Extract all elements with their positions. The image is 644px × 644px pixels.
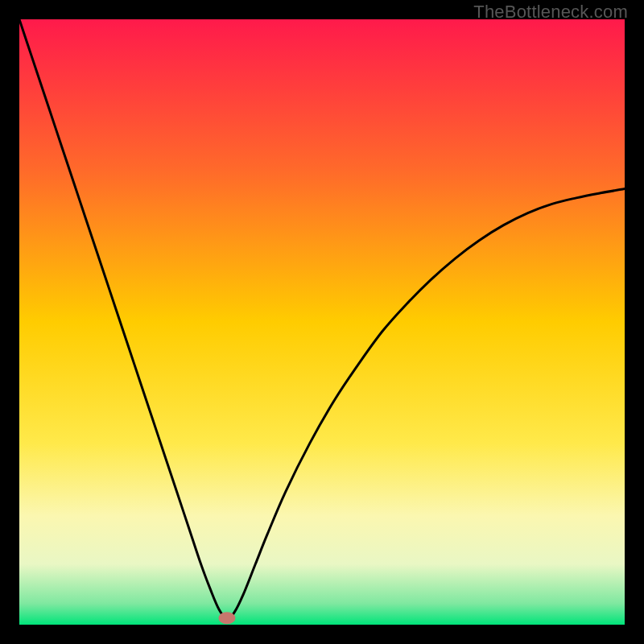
optimum-marker [218, 612, 235, 624]
chart-background-gradient [19, 19, 625, 625]
chart-frame: TheBottleneck.com [0, 0, 644, 644]
chart-svg [19, 19, 625, 625]
chart-plot-area [19, 19, 625, 625]
